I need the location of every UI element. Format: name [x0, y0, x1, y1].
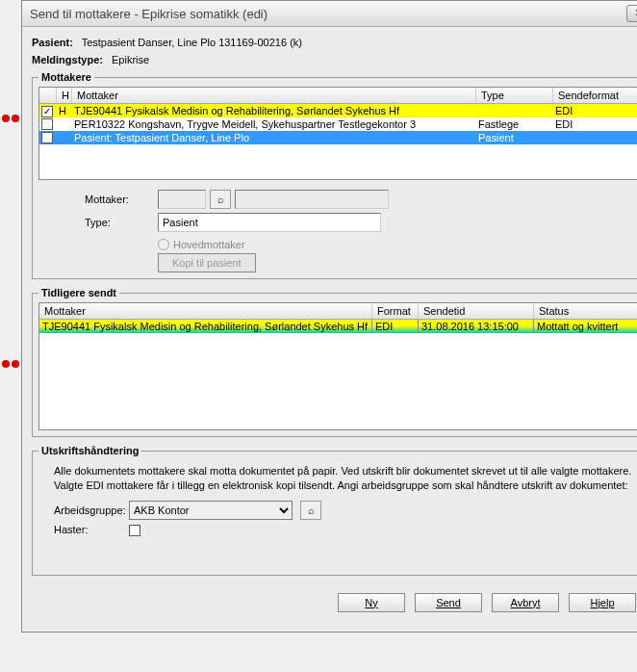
table-row[interactable]: Pasient: Testpasient Danser, Line PloPas… [39, 131, 637, 144]
col-h[interactable]: H [57, 88, 72, 103]
window-title: Send til mottakere - Epikrise somatikk (… [30, 7, 268, 21]
sent-empty [39, 333, 637, 429]
sent-col-format[interactable]: Format [372, 303, 419, 319]
sent-mottaker: TJE90441 Fysikalsk Medisin og Rehabilite… [39, 320, 372, 333]
annotation-dot [12, 360, 19, 368]
msgtype-label: Meldingstype: [32, 54, 103, 65]
avbryt-button[interactable]: Avbryt [492, 593, 559, 612]
ny-button[interactable]: Ny [338, 593, 405, 612]
printing-fieldset: Utskriftshåndtering Alle dokumentets mot… [32, 445, 637, 576]
msgtype-row: Meldingstype: Epikrise [32, 54, 637, 65]
row-checkbox[interactable] [41, 106, 53, 117]
patient-value: Testpasient Danser, Line Plo 131169-0021… [82, 37, 302, 48]
msgtype-value: Epikrise [112, 54, 149, 65]
annotation-dot [2, 360, 10, 368]
patient-label: Pasient: [32, 37, 73, 48]
haster-label: Haster: [54, 524, 121, 535]
row-mottaker: PER10322 Kongshavn, Trygve Meidell, Syke… [72, 117, 476, 131]
row-type: Pasient [476, 131, 553, 144]
hjelp-button[interactable]: Hjelp [569, 593, 636, 612]
recipients-fieldset: Mottakere H Mottaker Type Sendeformat HT… [32, 71, 637, 279]
patient-row: Pasient: Testpasient Danser, Line Plo 13… [32, 37, 637, 48]
sent-col-mottaker[interactable]: Mottaker [39, 303, 372, 319]
mottaker-label: Mottaker: [85, 194, 152, 205]
mottaker-name-box [235, 190, 389, 209]
col-format[interactable]: Sendeformat [553, 88, 637, 103]
send-button[interactable]: Send [415, 593, 482, 612]
table-row[interactable]: HTJE90441 Fysikalsk Medisin og Rehabilit… [39, 104, 637, 117]
row-format [553, 131, 637, 144]
row-mottaker: Pasient: Testpasient Danser, Line Plo [72, 131, 476, 144]
table-row[interactable]: TJE90441 Fysikalsk Medisin og Rehabilite… [39, 320, 637, 333]
annotation-dot [2, 115, 10, 122]
col-type[interactable]: Type [476, 88, 553, 103]
row-h [57, 117, 72, 131]
recipients-empty [39, 144, 637, 179]
search-mottaker-button[interactable]: ⌕ [210, 190, 231, 209]
row-h [57, 131, 72, 144]
arbeidsgruppe-label: Arbeidsgruppe: [54, 504, 121, 516]
annotation-dot [12, 115, 19, 122]
row-type [476, 104, 553, 117]
sent-status: Mottatt og kvittert [534, 320, 637, 333]
row-mottaker: TJE90441 Fysikalsk Medisin og Rehabilite… [72, 104, 476, 117]
sent-fieldset: Tidligere sendt Mottaker Format Sendetid… [32, 287, 637, 437]
binoculars-icon: ⌕ [217, 194, 224, 205]
kopi-til-pasient-button: Kopi til pasient [158, 253, 256, 272]
close-button[interactable]: ✕ [626, 5, 637, 22]
sent-col-status[interactable]: Status [534, 303, 637, 319]
row-h: H [57, 104, 72, 117]
type-label: Type: [85, 217, 152, 228]
arbeidsgruppe-select[interactable]: AKB Kontor [129, 501, 293, 520]
row-checkbox[interactable] [41, 118, 53, 130]
binoculars-icon: ⌕ [308, 504, 315, 516]
row-format: EDI [553, 117, 637, 131]
recipients-legend: Mottakere [38, 71, 94, 83]
sent-legend: Tidligere sendt [38, 287, 119, 298]
sent-time: 31.08.2016 13:15:00 [419, 320, 534, 333]
hovedmottaker-radio: Hovedmottaker [158, 236, 408, 253]
sent-col-sendetid[interactable]: Sendetid [419, 303, 534, 319]
mottaker-code-box [158, 190, 206, 209]
haster-checkbox[interactable] [129, 525, 140, 536]
sent-format: EDI [372, 320, 419, 333]
arbeidsgruppe-search-button[interactable]: ⌕ [300, 501, 321, 520]
row-type: Fastlege [476, 117, 553, 131]
row-format: EDI [553, 104, 637, 117]
sent-table: Mottaker Format Sendetid Status TJE90441… [38, 302, 637, 430]
titlebar: Send til mottakere - Epikrise somatikk (… [22, 1, 637, 27]
type-value-box: Pasient [158, 213, 381, 232]
recipients-table: H Mottaker Type Sendeformat HTJE90441 Fy… [38, 87, 637, 180]
row-checkbox[interactable] [41, 132, 53, 143]
table-row[interactable]: PER10322 Kongshavn, Trygve Meidell, Syke… [39, 117, 637, 131]
printing-legend: Utskriftshåndtering [38, 445, 141, 456]
col-mottaker[interactable]: Mottaker [72, 88, 476, 103]
col-check [39, 88, 57, 103]
printing-text: Alle dokumentets mottakere skal motta do… [54, 464, 637, 493]
